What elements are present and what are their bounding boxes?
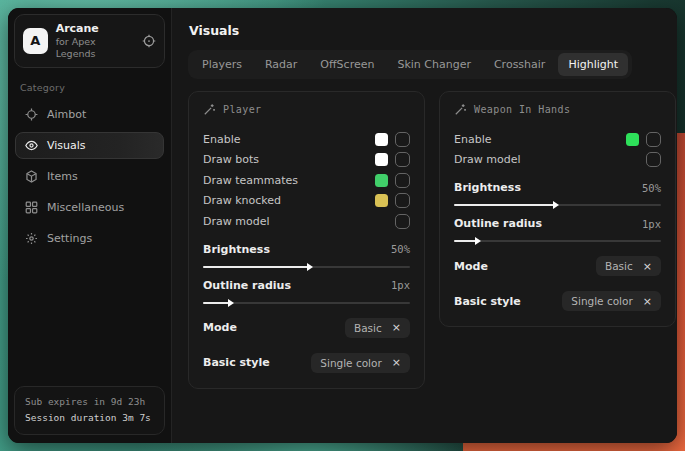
select-row-mode: ModeBasic× <box>454 255 661 277</box>
checkbox[interactable] <box>395 132 410 147</box>
sidebar-item-label: Visuals <box>47 139 86 152</box>
slider-header: Brightness50% <box>203 243 410 256</box>
chip-single-color[interactable]: Single color× <box>311 353 410 373</box>
app-window: A Arcane for Apex Legends Category Aimbo… <box>8 8 677 443</box>
wand-icon <box>454 103 467 116</box>
brand-names: Arcane for Apex Legends <box>56 22 134 60</box>
toggle-row-draw-teammates: Draw teammates <box>203 170 410 191</box>
sidebar-item-label: Miscellaneous <box>47 201 124 214</box>
toggle-label: Draw model <box>454 153 520 166</box>
slider-track[interactable] <box>454 204 661 206</box>
slider-thumb[interactable] <box>307 263 313 271</box>
toggle-label: Enable <box>454 133 491 146</box>
chip-close-icon[interactable]: × <box>643 261 652 272</box>
slider-value: 50% <box>391 243 410 255</box>
toggle-row-draw-bots: Draw bots <box>203 150 410 171</box>
color-swatch[interactable] <box>375 174 388 187</box>
toggle-row-draw-knocked: Draw knocked <box>203 191 410 212</box>
slider-outline-radius: Outline radius1px <box>203 279 410 304</box>
page-title: Visuals <box>189 23 676 38</box>
tab-crosshair[interactable]: Crosshair <box>484 53 555 76</box>
tab-bar: PlayersRadarOffScreenSkin ChangerCrossha… <box>188 50 632 79</box>
category-label: Category <box>20 82 159 93</box>
color-swatch[interactable] <box>375 153 388 166</box>
tab-skin-changer[interactable]: Skin Changer <box>387 53 481 76</box>
tab-offscreen[interactable]: OffScreen <box>310 53 384 76</box>
checkbox[interactable] <box>395 214 410 229</box>
target-icon[interactable] <box>142 34 156 48</box>
chip-close-icon[interactable]: × <box>643 296 652 307</box>
eye-icon <box>25 139 38 152</box>
toggle-controls <box>375 173 410 188</box>
chip-text: Basic <box>354 322 382 334</box>
chip-basic[interactable]: Basic× <box>345 318 410 338</box>
box-icon <box>25 170 38 183</box>
checkbox[interactable] <box>395 152 410 167</box>
panel-grid: PlayerEnableDraw botsDraw teammatesDraw … <box>188 91 676 389</box>
chip-single-color[interactable]: Single color× <box>562 291 661 311</box>
chip-text: Single color <box>320 357 381 369</box>
color-swatch[interactable] <box>375 133 388 146</box>
slider-value: 50% <box>642 182 661 194</box>
chip-close-icon[interactable]: × <box>392 357 401 368</box>
slider-header: Brightness50% <box>454 181 661 194</box>
toggle-controls <box>646 152 661 167</box>
slider-header: Outline radius1px <box>203 279 410 292</box>
sidebar-item-visuals[interactable]: Visuals <box>15 132 164 159</box>
chip-text: Single color <box>571 295 632 307</box>
chip-text: Basic <box>605 260 633 272</box>
slider-thumb[interactable] <box>553 201 559 209</box>
sidebar-item-items[interactable]: Items <box>15 163 164 190</box>
toggle-controls <box>375 132 410 147</box>
select-label: Basic style <box>203 356 270 369</box>
slider-track[interactable] <box>454 240 661 242</box>
sidebar-item-label: Settings <box>47 232 92 245</box>
slider-outline-radius: Outline radius1px <box>454 217 661 242</box>
chip-close-icon[interactable]: × <box>392 322 401 333</box>
slider-track[interactable] <box>203 302 410 304</box>
toggle-row-enable: Enable <box>454 129 661 150</box>
sidebar-item-label: Aimbot <box>47 108 86 121</box>
slider-thumb[interactable] <box>228 299 234 307</box>
toggle-row-draw-model: Draw model <box>454 150 661 171</box>
checkbox[interactable] <box>395 173 410 188</box>
select-label: Mode <box>454 260 488 273</box>
slider-value: 1px <box>391 279 410 291</box>
slider-fill <box>203 302 230 304</box>
app-logo: A <box>23 28 48 54</box>
slider-track[interactable] <box>203 266 410 268</box>
slider-thumb[interactable] <box>475 237 481 245</box>
sidebar-item-label: Items <box>47 170 78 183</box>
crosshair-icon <box>25 108 38 121</box>
wand-icon <box>203 103 216 116</box>
sidebar-item-aimbot[interactable]: Aimbot <box>15 101 164 128</box>
panel-title: Player <box>223 104 262 115</box>
tab-highlight[interactable]: Highlight <box>558 53 628 76</box>
toggle-label: Draw bots <box>203 153 259 166</box>
color-swatch[interactable] <box>375 194 388 207</box>
slider-label: Brightness <box>203 243 270 256</box>
brand-card: A Arcane for Apex Legends <box>14 14 165 68</box>
checkbox[interactable] <box>646 132 661 147</box>
slider-fill <box>454 204 555 206</box>
sidebar-item-miscellaneous[interactable]: Miscellaneous <box>15 194 164 221</box>
gear-icon <box>25 232 38 245</box>
slider-brightness: Brightness50% <box>454 181 661 206</box>
panel-player: PlayerEnableDraw botsDraw teammatesDraw … <box>188 91 425 389</box>
select-row-mode: ModeBasic× <box>203 317 410 339</box>
slider-fill <box>454 240 477 242</box>
tab-players[interactable]: Players <box>192 53 252 76</box>
color-swatch[interactable] <box>626 133 639 146</box>
toggle-label: Draw teammates <box>203 174 298 187</box>
select-label: Basic style <box>454 295 521 308</box>
sidebar-item-settings[interactable]: Settings <box>15 225 164 252</box>
slider-label: Brightness <box>454 181 521 194</box>
checkbox[interactable] <box>646 152 661 167</box>
checkbox[interactable] <box>395 193 410 208</box>
select-row-basic-style: Basic styleSingle color× <box>203 352 410 374</box>
toggle-controls <box>626 132 661 147</box>
app-subtitle: for Apex Legends <box>56 36 134 60</box>
chip-basic[interactable]: Basic× <box>596 256 661 276</box>
sub-expires-text: Sub expires in 9d 23h <box>25 394 154 411</box>
tab-radar[interactable]: Radar <box>255 53 307 76</box>
